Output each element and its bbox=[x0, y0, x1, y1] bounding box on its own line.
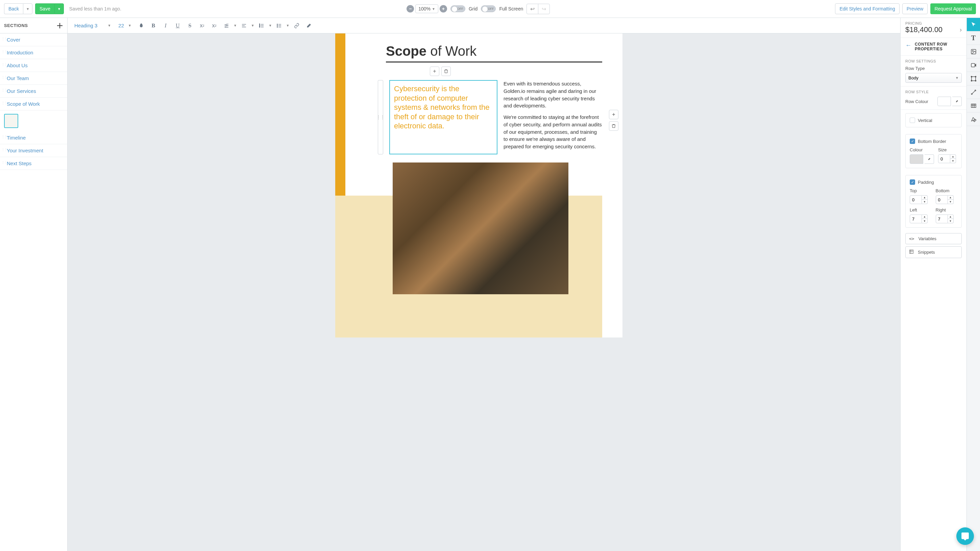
link-icon[interactable] bbox=[292, 21, 302, 31]
style-select[interactable]: Heading 3▼ bbox=[72, 21, 113, 30]
back-button[interactable]: Back bbox=[4, 3, 23, 14]
content-image[interactable] bbox=[393, 162, 568, 294]
row-colour-picker[interactable] bbox=[952, 97, 962, 106]
line-height-icon[interactable] bbox=[221, 21, 231, 31]
subscript-icon[interactable]: x2 bbox=[197, 21, 207, 31]
border-size-input[interactable]: ▲▼ bbox=[938, 154, 957, 163]
delete-row-button[interactable] bbox=[441, 67, 451, 76]
save-dropdown[interactable]: ▼ bbox=[54, 3, 64, 14]
section-our-team[interactable]: Our Team bbox=[0, 72, 67, 85]
border-colour-swatch[interactable] bbox=[910, 154, 923, 164]
add-section-button[interactable] bbox=[56, 22, 63, 29]
table-tool[interactable] bbox=[967, 99, 980, 113]
back-dropdown[interactable]: ▼ bbox=[23, 3, 32, 14]
grid-toggle[interactable]: OFF bbox=[450, 5, 465, 12]
padding-right-up[interactable]: ▲ bbox=[948, 215, 953, 219]
text-tool[interactable]: T bbox=[967, 32, 980, 45]
add-block-button[interactable]: + bbox=[609, 110, 619, 119]
italic-icon[interactable]: I bbox=[161, 21, 171, 31]
padding-bottom-up[interactable]: ▲ bbox=[948, 195, 953, 200]
cursor-tool[interactable] bbox=[967, 18, 980, 32]
section-introduction[interactable]: Introduction bbox=[0, 46, 67, 59]
align-dropdown[interactable]: ▼ bbox=[251, 24, 255, 27]
ordered-list-icon[interactable]: 123 bbox=[256, 21, 267, 31]
align-icon[interactable] bbox=[239, 21, 249, 31]
padding-left-input[interactable]: ▲▼ bbox=[910, 214, 932, 223]
redo-button[interactable]: ↪ bbox=[538, 4, 549, 14]
underline-icon[interactable]: U bbox=[173, 21, 183, 31]
page-title[interactable]: Scope of Work bbox=[386, 44, 602, 62]
border-size-up[interactable]: ▲ bbox=[950, 155, 956, 159]
padding-checkbox[interactable]: ✓ bbox=[910, 179, 915, 185]
chat-help-button[interactable] bbox=[956, 527, 974, 545]
drag-handle[interactable]: ⋮⋮ bbox=[378, 80, 383, 154]
strikethrough-icon[interactable]: S bbox=[185, 21, 195, 31]
zoom-out-button[interactable]: − bbox=[407, 5, 414, 13]
border-size-label: Size bbox=[938, 147, 957, 152]
section-our-services[interactable]: Our Services bbox=[0, 85, 67, 98]
fullscreen-toggle[interactable]: OFF bbox=[481, 5, 496, 12]
padding-bottom-input[interactable]: ▲▼ bbox=[936, 195, 958, 204]
video-tool[interactable] bbox=[967, 59, 980, 72]
padding-bottom-down[interactable]: ▼ bbox=[948, 200, 953, 204]
border-colour-picker[interactable] bbox=[924, 154, 934, 164]
zoom-value-dropdown[interactable]: 100%▼ bbox=[415, 5, 438, 13]
row-type-select[interactable]: Body▼ bbox=[905, 73, 962, 83]
request-approval-button[interactable]: Request Approval bbox=[930, 3, 976, 14]
image-tool[interactable] bbox=[967, 45, 980, 59]
font-size-select[interactable]: 22▼ bbox=[116, 21, 134, 30]
padding-bottom-field[interactable] bbox=[936, 195, 948, 204]
bold-icon[interactable]: B bbox=[148, 21, 159, 31]
bullet-list-dropdown[interactable]: ▼ bbox=[286, 24, 290, 27]
sections-header-label: SECTIONS bbox=[4, 23, 28, 28]
line-tool[interactable] bbox=[967, 86, 980, 99]
shape-tool[interactable] bbox=[967, 72, 980, 86]
line-height-dropdown[interactable]: ▼ bbox=[234, 24, 237, 27]
zoom-in-button[interactable]: + bbox=[440, 5, 447, 13]
border-size-down[interactable]: ▼ bbox=[950, 159, 956, 163]
block-side-tools: + bbox=[609, 110, 619, 131]
section-your-investment[interactable]: Your Investment bbox=[0, 144, 67, 157]
panel-back-button[interactable]: ← bbox=[905, 42, 912, 49]
padding-right-field[interactable] bbox=[936, 214, 948, 223]
edit-styles-button[interactable]: Edit Styles and Formatting bbox=[835, 3, 899, 14]
undo-button[interactable]: ↩ bbox=[527, 4, 538, 14]
add-row-button[interactable]: + bbox=[430, 67, 439, 76]
snippets-button[interactable]: Snippets bbox=[905, 246, 962, 258]
text-color-icon[interactable] bbox=[136, 21, 146, 31]
body-text-box[interactable]: Even with its tremendous success, Golden… bbox=[504, 80, 602, 154]
save-button[interactable]: Save bbox=[35, 3, 54, 14]
vertical-checkbox[interactable] bbox=[910, 118, 915, 123]
padding-left-field[interactable] bbox=[910, 214, 922, 223]
section-next-steps[interactable]: Next Steps bbox=[0, 157, 67, 170]
variables-button[interactable]: <> Variables bbox=[905, 233, 962, 244]
padding-right-input[interactable]: ▲▼ bbox=[936, 214, 958, 223]
superscript-icon[interactable]: x2 bbox=[209, 21, 219, 31]
padding-top-field[interactable] bbox=[910, 195, 922, 204]
row-colour-swatch[interactable] bbox=[937, 97, 951, 106]
padding-right-down[interactable]: ▼ bbox=[948, 219, 953, 223]
padding-top-input[interactable]: ▲▼ bbox=[910, 195, 932, 204]
padding-top-down[interactable]: ▼ bbox=[922, 200, 927, 204]
border-size-field[interactable] bbox=[938, 154, 950, 163]
preview-button[interactable]: Preview bbox=[902, 3, 928, 14]
padding-checkbox-row[interactable]: ✓ Padding bbox=[910, 179, 957, 185]
vertical-checkbox-row[interactable]: Vertical bbox=[910, 118, 957, 123]
bottom-border-checkbox-row[interactable]: ✓ Bottom Border bbox=[910, 138, 957, 144]
section-cover[interactable]: Cover bbox=[0, 33, 67, 46]
delete-block-button[interactable] bbox=[609, 121, 619, 131]
pen-tool[interactable] bbox=[967, 113, 980, 126]
ordered-list-dropdown[interactable]: ▼ bbox=[269, 24, 272, 27]
eraser-icon[interactable] bbox=[304, 21, 314, 31]
padding-left-up[interactable]: ▲ bbox=[922, 215, 927, 219]
pricing-block[interactable]: PRICING $18,400.00 › bbox=[900, 18, 966, 38]
callout-text-box[interactable]: Cybersecurity is the protection of compu… bbox=[389, 80, 498, 154]
padding-top-up[interactable]: ▲ bbox=[922, 195, 927, 200]
bottom-border-checkbox[interactable]: ✓ bbox=[910, 138, 915, 144]
section-timeline[interactable]: Timeline bbox=[0, 132, 67, 144]
section-scope-of-work[interactable]: Scope of Work bbox=[0, 98, 67, 111]
section-about-us[interactable]: About Us bbox=[0, 59, 67, 72]
page-thumbnail[interactable] bbox=[4, 114, 18, 128]
bullet-list-icon[interactable] bbox=[274, 21, 284, 31]
padding-left-down[interactable]: ▼ bbox=[922, 219, 927, 223]
